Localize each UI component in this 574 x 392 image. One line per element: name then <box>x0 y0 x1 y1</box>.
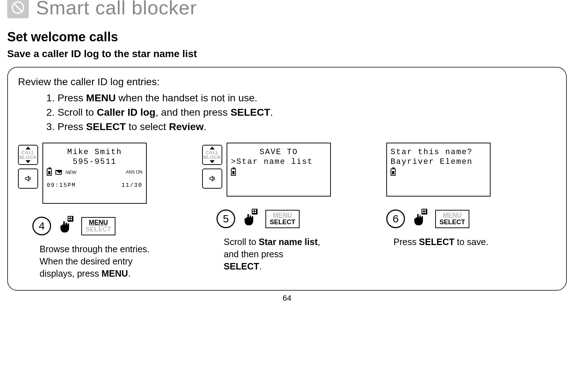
caption-6: Press SELECT to save. <box>386 236 488 248</box>
ans-on-label: ANS ON <box>126 170 142 175</box>
battery-icon <box>47 169 52 176</box>
new-label: NEW <box>65 170 76 175</box>
svg-rect-10 <box>252 212 254 213</box>
handset-side-buttons: CALL BLOCK <box>18 145 38 189</box>
svg-rect-5 <box>68 219 70 220</box>
star-question: Star this name? <box>391 148 486 157</box>
call-time: 09:15PM <box>47 182 76 189</box>
svg-rect-3 <box>68 217 70 218</box>
envelope-icon <box>55 170 62 175</box>
step-2: Scroll to Caller ID log, and then press … <box>58 106 556 119</box>
svg-rect-13 <box>422 209 424 211</box>
svg-rect-4 <box>70 217 72 218</box>
star-name-list-option: >Star name list <box>231 157 327 166</box>
phone-block-icon <box>7 0 29 18</box>
save-to-label: SAVE TO <box>231 148 327 157</box>
step-6-column: Star this name? Bayriver Elemen 6 <box>386 143 556 248</box>
caller-name: Mike Smith <box>47 148 142 157</box>
svg-rect-6 <box>70 219 72 220</box>
svg-rect-16 <box>424 212 426 213</box>
handset-side-buttons: CALL BLOCK <box>202 145 222 189</box>
instruction-panel: Review the caller ID log entries: Press … <box>7 67 567 291</box>
speaker-icon <box>24 175 32 182</box>
step-number-4: 4 <box>32 217 51 235</box>
handset-screen-6: Star this name? Bayriver Elemen <box>386 143 491 197</box>
press-hand-icon <box>58 216 75 236</box>
menu-select-button-4[interactable]: MENU SELECT <box>81 217 115 236</box>
down-arrow-icon <box>26 160 31 163</box>
step-5-column: CALL BLOCK SAVE T <box>202 143 372 272</box>
battery-icon <box>391 169 396 176</box>
speaker-icon <box>208 175 216 182</box>
svg-rect-8 <box>252 209 254 211</box>
speaker-button[interactable] <box>202 169 222 189</box>
press-hand-icon <box>242 209 259 229</box>
menu-select-button-5[interactable]: MENU SELECT <box>265 210 300 229</box>
caption-4: Browse through the entries. When the des… <box>18 243 158 280</box>
step-list: Press MENU when the handset is not in us… <box>18 91 556 133</box>
caption-5: Scroll to Star name list, and then press… <box>202 236 321 272</box>
call-block-button[interactable]: CALL BLOCK <box>202 145 222 165</box>
step-3: Press SELECT to select Review. <box>58 120 556 134</box>
up-arrow-icon <box>210 147 215 149</box>
step-4-column: CALL BLOCK Mike S <box>18 143 188 280</box>
header-title: Smart call blocker <box>36 0 197 19</box>
call-date: 11/30 <box>122 182 142 189</box>
up-arrow-icon <box>26 147 31 149</box>
caller-number: 595-9511 <box>47 157 142 166</box>
svg-rect-9 <box>255 209 256 211</box>
step-number-6: 6 <box>386 209 405 228</box>
page-number: 64 <box>7 294 567 303</box>
handset-screen-5: SAVE TO >Star name list <box>227 143 331 197</box>
svg-rect-11 <box>255 212 256 213</box>
press-hand-icon <box>411 209 429 229</box>
panel-intro: Review the caller ID log entries: <box>18 76 556 88</box>
step-number-5: 5 <box>217 209 235 228</box>
section-title: Set welcome calls <box>7 29 567 45</box>
handset-screen-4: Mike Smith 595-9511 NEW ANS ON 09:15PM 1… <box>42 143 147 204</box>
speaker-button[interactable] <box>18 169 38 189</box>
entry-name: Bayriver Elemen <box>391 157 486 166</box>
menu-select-button-6[interactable]: MENU SELECT <box>435 210 469 229</box>
svg-rect-15 <box>422 212 424 213</box>
step-1: Press MENU when the handset is not in us… <box>58 91 556 105</box>
battery-icon <box>231 169 236 176</box>
svg-rect-14 <box>424 209 426 211</box>
svg-line-1 <box>14 4 22 11</box>
screens-row: CALL BLOCK Mike S <box>18 143 556 280</box>
call-block-button[interactable]: CALL BLOCK <box>18 145 38 165</box>
subsection-title: Save a caller ID log to the star name li… <box>7 48 567 60</box>
down-arrow-icon <box>210 160 215 163</box>
page-header: Smart call blocker <box>7 0 567 19</box>
